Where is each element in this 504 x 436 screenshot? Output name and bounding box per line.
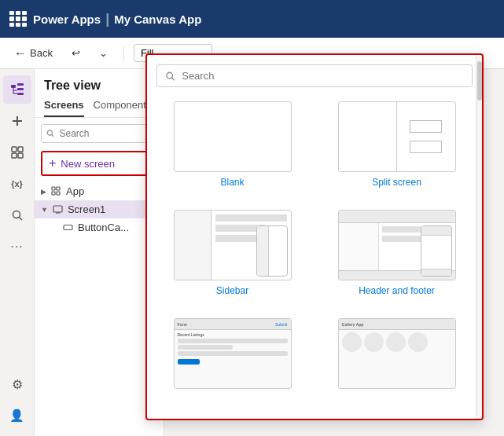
hf-row2: [382, 236, 424, 242]
new-screen-button[interactable]: + New screen ▾: [41, 151, 157, 176]
tree-search-box: [41, 124, 157, 143]
tpl2-avatar3: [386, 332, 406, 352]
app-chevron-icon: ▶: [41, 188, 46, 196]
screen-options-grid: Blank Split screen: [156, 97, 473, 409]
split-box1: [410, 120, 442, 133]
svg-line-14: [19, 218, 22, 221]
svg-rect-12: [18, 153, 23, 158]
tpl2-body: [339, 330, 455, 354]
dropdown-search-box: [156, 64, 473, 87]
split-right: [397, 102, 455, 171]
split-left: [339, 102, 397, 171]
tree-search-input[interactable]: [60, 128, 152, 139]
tpl1-label1: Recent Listings: [178, 332, 288, 337]
sidebar-row1: [215, 214, 287, 222]
tpl1-body: Recent Listings: [175, 330, 291, 367]
account-icon[interactable]: 👤: [3, 401, 31, 430]
mobile-footer: [421, 269, 451, 276]
redo-button[interactable]: ⌄: [93, 44, 114, 62]
insert-icon[interactable]: [3, 107, 31, 135]
main-layout: {x} ··· ⚙ 👤 Tree view Screens Components: [0, 69, 504, 436]
sidebar-mobile-preview: [256, 225, 288, 277]
dropdown-search-input[interactable]: [182, 70, 464, 82]
svg-rect-0: [11, 85, 16, 88]
tpl1-header: Form Submit: [175, 319, 291, 330]
screen1-label: Screen1: [68, 203, 105, 215]
tree-items: ▶ App ▼ Screen1: [35, 179, 164, 436]
svg-point-13: [13, 211, 20, 218]
tree-tabs: Screens Components: [35, 99, 164, 118]
blank-preview: [174, 101, 292, 172]
tree-view-title: Tree view: [35, 69, 164, 99]
tpl2-avatar1: [342, 332, 362, 352]
title-separator: |: [105, 11, 109, 27]
tpl2-header: Gallery App: [339, 319, 455, 330]
back-label: Back: [30, 47, 53, 59]
variables-icon[interactable]: {x}: [3, 170, 31, 198]
svg-line-16: [52, 134, 54, 137]
data-icon[interactable]: [3, 138, 31, 167]
app-grid-icon[interactable]: [9, 11, 25, 27]
back-button[interactable]: ← Back: [8, 43, 59, 64]
tpl1-header-action: Submit: [275, 322, 288, 327]
treeview-icon[interactable]: [3, 75, 31, 104]
undo-button[interactable]: ↩: [65, 44, 86, 62]
buttonca-label: ButtonCa...: [78, 222, 129, 233]
power-apps-label: Power Apps: [33, 13, 101, 26]
svg-line-25: [171, 77, 174, 79]
hf-header-bar: [339, 211, 455, 223]
tree-item-screen1[interactable]: ▼ Screen1: [35, 200, 164, 218]
new-screen-label: New screen: [61, 158, 115, 170]
search-icon[interactable]: [3, 201, 31, 229]
tpl2-avatar2: [364, 332, 384, 352]
sidebar-screen-option[interactable]: Sidebar: [156, 205, 308, 301]
toolbar-divider: [123, 46, 124, 61]
svg-rect-17: [52, 187, 55, 190]
split-box2: [410, 141, 442, 153]
dropdown-search-icon: [165, 71, 175, 82]
tree-item-buttonca[interactable]: ButtonCa...: [35, 218, 164, 236]
mobile-body: [421, 236, 451, 269]
back-arrow-icon: ←: [14, 46, 27, 60]
sidebar-left-pane: [175, 211, 212, 280]
canvas-app-name: My Canvas App: [114, 13, 201, 26]
redo-icon: ⌄: [99, 47, 108, 59]
split-label: Split screen: [372, 177, 421, 188]
topbar: Power Apps | My Canvas App: [0, 0, 504, 38]
svg-rect-18: [57, 187, 60, 190]
tab-components[interactable]: Components: [94, 99, 152, 117]
scrollbar-thumb: [477, 61, 482, 101]
mobile-header: [421, 226, 451, 236]
svg-rect-20: [57, 192, 60, 195]
settings-icon[interactable]: ⚙: [3, 370, 31, 398]
headerfooter-screen-option[interactable]: Header and footer: [321, 205, 473, 301]
template1-screen-option[interactable]: Form Submit Recent Listings: [156, 313, 308, 409]
tpl1-row1: [178, 339, 288, 343]
svg-rect-9: [12, 147, 17, 152]
plus-icon: +: [49, 156, 56, 170]
svg-rect-19: [52, 192, 55, 195]
tree-item-app[interactable]: ▶ App: [35, 182, 164, 200]
tpl2-header-text: Gallery App: [342, 322, 364, 327]
tpl1-header-text: Form: [178, 322, 188, 327]
template2-screen-option[interactable]: Gallery App: [321, 313, 473, 409]
scrollbar[interactable]: [476, 55, 482, 419]
tpl1-row3: [178, 351, 288, 356]
split-screen-option[interactable]: Split screen: [321, 97, 473, 192]
tpl1-row2: [178, 345, 233, 350]
hf-mobile-preview: [421, 225, 452, 277]
tab-screens[interactable]: Screens: [44, 99, 84, 117]
split-preview: [338, 101, 456, 172]
more-icon[interactable]: ···: [3, 233, 31, 261]
screen1-chevron-icon: ▼: [41, 206, 48, 214]
sidebar-preview: [174, 210, 292, 280]
svg-rect-3: [17, 93, 24, 95]
svg-rect-10: [18, 147, 23, 152]
template2-preview: Gallery App: [338, 318, 456, 389]
svg-rect-11: [12, 153, 17, 158]
headerfooter-preview: [338, 210, 456, 280]
tpl2-avatar4: [408, 332, 428, 352]
headerfooter-label: Header and footer: [359, 285, 435, 296]
svg-rect-23: [64, 225, 72, 230]
blank-screen-option[interactable]: Blank: [156, 97, 308, 192]
